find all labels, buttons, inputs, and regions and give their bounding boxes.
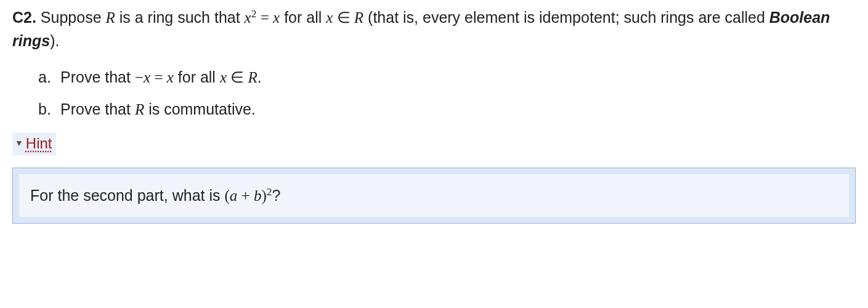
math-in: ∈ [227,69,248,86]
math-x: x [220,69,227,86]
sub-b-text-1: Prove that [60,100,135,118]
sub-a-text-1: Prove that [60,68,135,86]
intro-text-1: Suppose [36,9,106,26]
problem-statement: C2. Suppose R is a ring such that x2 = x… [12,6,856,52]
sub-b-text-2: is commutative. [144,100,256,118]
math-x: x [167,69,174,86]
sub-item-a: a. Prove that −x = x for all x ∈ R. [38,66,856,89]
math-R: R [248,69,257,86]
math-R: R [354,9,363,26]
math-eq: = [256,9,273,26]
math-rparen: ) [261,187,266,204]
math-R: R [106,9,115,26]
math-minus: − [135,69,144,86]
sub-items-list: a. Prove that −x = x for all x ∈ R. b. P… [12,66,856,121]
math-x: x [144,69,150,86]
math-x: x [273,9,280,26]
intro-text-4: (that is, every element is idempotent; s… [363,9,769,26]
math-R: R [135,101,144,118]
sub-item-marker: b. [38,98,60,121]
hint-text-2: ? [272,187,280,204]
math-x: x [245,9,251,26]
sub-item-b: b. Prove that R is commutative. [38,98,856,121]
triangle-down-icon: ▼ [15,137,23,150]
hint-box: For the second part, what is (a + b)2? [12,168,856,224]
hint-toggle[interactable]: ▼ Hint [12,132,56,155]
hint-toggle-label: Hint [26,132,52,155]
hint-box-inner: For the second part, what is (a + b)2? [19,174,849,217]
problem-label: C2. [12,9,36,26]
intro-text-5: ). [50,32,59,49]
math-x: x [326,9,333,26]
sub-item-content: Prove that −x = x for all x ∈ R. [60,66,262,89]
math-a: a [230,187,238,204]
math-lparen: ( [224,187,229,204]
math-b: b [254,187,262,204]
math-plus: + [237,187,254,204]
intro-text-2: is a ring such that [115,9,245,26]
math-eq: = [150,69,167,86]
sub-item-content: Prove that R is commutative. [60,98,256,121]
sub-a-text-3: . [258,68,262,86]
hint-text-1: For the second part, what is [30,187,224,204]
sub-item-marker: a. [38,66,60,89]
intro-text-3: for all [280,9,326,26]
sub-a-text-2: for all [174,68,220,86]
math-in: ∈ [333,9,354,26]
